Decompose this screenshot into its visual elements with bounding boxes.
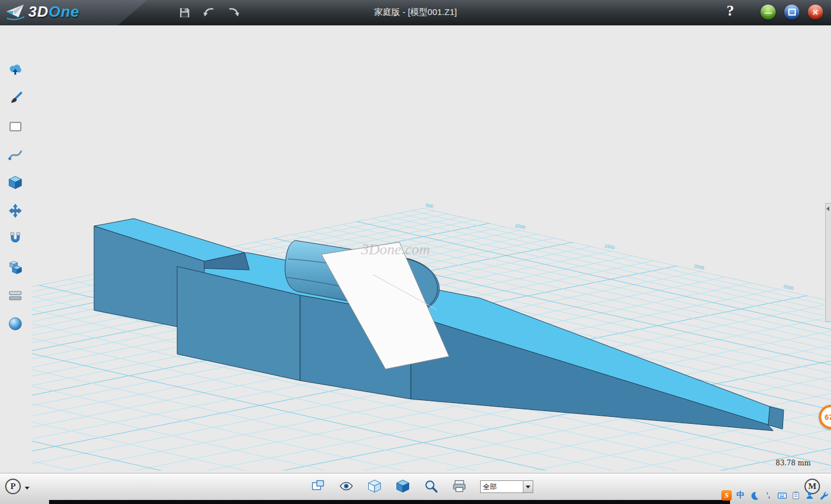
wrench-settings-icon[interactable] bbox=[818, 490, 829, 501]
grid-scale-label: 1500 bbox=[604, 243, 616, 251]
clipboard-icon[interactable] bbox=[791, 490, 801, 501]
display-filter-value: 全部 bbox=[481, 482, 523, 492]
grid-scale-label: 500 bbox=[425, 202, 435, 209]
display-filter-dropdown-button[interactable] bbox=[523, 481, 533, 492]
save-icon bbox=[178, 6, 192, 20]
wireframe-cube-icon bbox=[367, 479, 382, 494]
visibility-button[interactable] bbox=[339, 479, 354, 494]
maximize-icon bbox=[788, 9, 796, 16]
combine-cubes-icon bbox=[8, 259, 23, 275]
edit-curve-icon bbox=[8, 147, 23, 163]
combine-solids-button[interactable] bbox=[8, 259, 23, 275]
edit-curve-button[interactable] bbox=[8, 147, 23, 163]
bottom-toolbar: P bbox=[0, 473, 831, 504]
close-button[interactable]: ✕ bbox=[808, 5, 823, 20]
app-logo: 3DOne bbox=[6, 3, 80, 21]
printer-icon bbox=[452, 479, 467, 494]
cloud-model-button[interactable] bbox=[8, 62, 23, 78]
plane-display-button[interactable] bbox=[310, 479, 325, 494]
brand-one: One bbox=[48, 3, 80, 20]
paint-brush-icon bbox=[8, 91, 23, 106]
undo-icon bbox=[203, 6, 216, 20]
half-moon-icon[interactable] bbox=[749, 490, 759, 501]
minimize-button[interactable]: — bbox=[761, 5, 776, 20]
paper-plane-icon bbox=[6, 3, 25, 21]
shaded-cube-icon bbox=[395, 479, 410, 494]
redo-button[interactable] bbox=[224, 5, 242, 21]
sketch-rectangle-icon bbox=[8, 119, 23, 134]
bow-cap-face[interactable] bbox=[768, 407, 784, 429]
grid-scale-label: 2000 bbox=[694, 264, 705, 271]
print-button[interactable] bbox=[452, 479, 467, 494]
section-measure-button[interactable] bbox=[8, 288, 23, 303]
hull-front-bow-face[interactable] bbox=[411, 315, 773, 431]
material-sphere-button[interactable] bbox=[8, 316, 23, 332]
input-method-tray: S 中 ’, bbox=[721, 490, 829, 501]
account-icon[interactable] bbox=[804, 490, 815, 501]
right-panel-expander[interactable] bbox=[825, 203, 831, 322]
material-sphere-icon bbox=[8, 316, 23, 332]
chevron-down-icon bbox=[526, 486, 530, 488]
chevron-left-icon bbox=[826, 206, 829, 211]
titlebar: 3DOne 家庭版 - [模型001.Z1] ? — bbox=[0, 0, 831, 25]
magnet-icon bbox=[8, 231, 23, 247]
view-controls: 全部 bbox=[310, 479, 533, 494]
eye-icon bbox=[339, 479, 354, 494]
part-navigator-caret[interactable] bbox=[25, 487, 29, 490]
grid-scale-label: 1000 bbox=[515, 223, 526, 230]
maximize-button[interactable] bbox=[784, 5, 799, 20]
solid-cube-icon bbox=[8, 175, 23, 190]
magnifier-icon bbox=[424, 479, 439, 494]
cloud-model-icon bbox=[8, 62, 23, 78]
taskbar-strip[interactable] bbox=[49, 500, 730, 504]
sogou-logo-icon[interactable]: S bbox=[721, 490, 732, 501]
brand-3d: 3D bbox=[28, 3, 48, 20]
zoom-button[interactable] bbox=[424, 479, 439, 494]
part-navigator-button[interactable]: P bbox=[5, 479, 21, 494]
soft-keyboard-icon[interactable] bbox=[777, 490, 787, 501]
shaded-view-button[interactable] bbox=[395, 479, 410, 494]
chinese-mode-icon[interactable]: 中 bbox=[735, 490, 746, 501]
grid-scale-label: 2500 bbox=[783, 284, 795, 291]
move-arrows-icon bbox=[8, 203, 23, 219]
plane-display-icon bbox=[310, 479, 325, 494]
wireframe-view-button[interactable] bbox=[367, 479, 382, 494]
app-window: 5001000150020002500 3Done.com 83.78 mm 6… bbox=[0, 0, 831, 504]
brand-text: 3DOne bbox=[28, 3, 80, 21]
solid-cube-button[interactable] bbox=[8, 175, 23, 190]
redo-icon bbox=[226, 6, 240, 20]
viewport-canvas[interactable]: 5001000150020002500 bbox=[0, 0, 831, 504]
paint-brush-button[interactable] bbox=[8, 91, 23, 106]
display-filter-select[interactable]: 全部 bbox=[480, 480, 533, 493]
sketch-button[interactable] bbox=[8, 119, 23, 134]
boat-model[interactable] bbox=[94, 219, 784, 431]
dimension-label: 83.78 mm bbox=[776, 459, 811, 467]
left-toolbar bbox=[0, 25, 30, 473]
move-button[interactable] bbox=[8, 203, 23, 219]
help-button[interactable]: ? bbox=[727, 2, 734, 20]
undo-button[interactable] bbox=[201, 5, 218, 21]
magnet-snap-button[interactable] bbox=[8, 231, 23, 247]
save-button[interactable] bbox=[176, 5, 193, 21]
punctuation-icon[interactable]: ’, bbox=[763, 490, 773, 501]
section-measure-icon bbox=[8, 288, 23, 303]
